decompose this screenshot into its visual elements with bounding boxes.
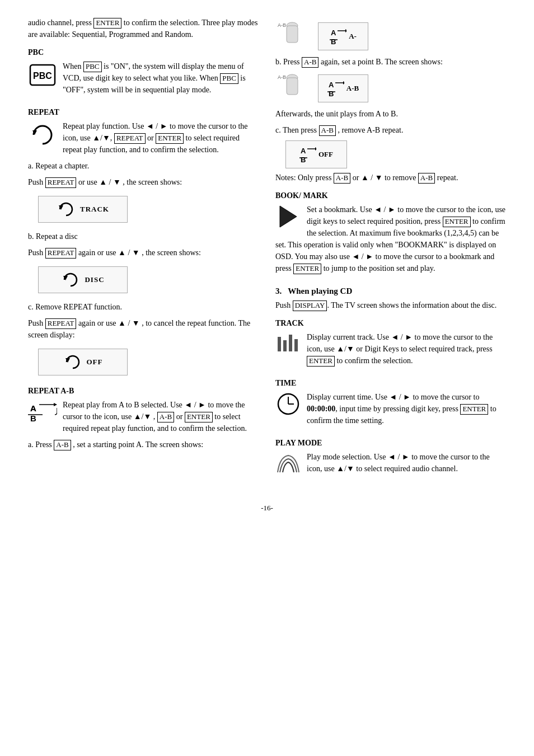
svg-rect-14 xyxy=(287,26,298,43)
ab-b-osd: A B A-B xyxy=(327,79,359,97)
svg-text:B: B xyxy=(301,156,306,163)
svg-marker-18 xyxy=(345,29,346,32)
ab-hand-icon-b: A-B xyxy=(275,72,309,105)
repeat-ab-title: REPEAT A-B xyxy=(28,387,259,396)
ab-hand-icon-a: A-B xyxy=(275,20,309,53)
track-section: TRACK Display current track. Use ◄ / ► t… xyxy=(275,319,506,371)
track-text: Display current track. Use ◄ / ► to move… xyxy=(275,331,506,367)
repeat-a-label: a. Repeat a chapter. xyxy=(28,160,259,172)
svg-text:PBC: PBC xyxy=(33,71,52,81)
svg-text:A-B: A-B xyxy=(278,22,286,28)
ab-a-osd: A B A- xyxy=(330,27,357,45)
play-mode-text: Play mode selection. Use ◄ / ► to move t… xyxy=(275,451,506,475)
cd-title: 3. When playing CD xyxy=(275,287,506,296)
repeat-b-label: b. Repeat a disc xyxy=(28,231,259,242)
left-column: audio channel, press ENTER to confirm th… xyxy=(28,17,259,487)
off-display: OFF xyxy=(38,349,128,375)
ab-a-screen-row: A-B A B A- xyxy=(275,20,506,53)
off-label: OFF xyxy=(87,358,103,367)
book-mark-section: BOOK/ MARK Set a bookmark. Use ◄ / ► to … xyxy=(275,191,506,279)
svg-text:B: B xyxy=(329,90,334,97)
svg-marker-31 xyxy=(315,147,316,151)
time-text: Display current time. Use ◄ / ► to move … xyxy=(275,391,506,426)
book-mark-text: Set a bookmark. Use ◄ / ► to move the cu… xyxy=(275,204,506,274)
ab-off-osd: A B OFF xyxy=(299,145,333,163)
screen-disc: DISC xyxy=(28,263,259,297)
pbc-section: PBC PBC When PBC is "ON", the system wil… xyxy=(28,48,259,100)
pbc-content: PBC When PBC is "ON", the system will di… xyxy=(28,60,259,100)
svg-marker-9 xyxy=(54,403,57,406)
pbc-title: PBC xyxy=(28,48,259,57)
cd-intro: Push DISPLAY. The TV screen shows the in… xyxy=(275,299,506,311)
repeat-ab-a: a. Press A-B , set a starting point A. T… xyxy=(28,439,259,450)
repeat-ab-text: Repeat play from A to B selected. Use ◄ … xyxy=(28,399,259,434)
track-display: TRACK xyxy=(38,196,128,223)
screen-off: OFF xyxy=(28,345,259,379)
repeat-c-label: c. Remove REPEAT function. xyxy=(28,301,259,313)
right-column: A-B A B A- xyxy=(275,17,506,487)
track-content: Display current track. Use ◄ / ► to move… xyxy=(275,331,506,371)
page-number: -16- xyxy=(28,504,506,513)
ab-off-osd-row: A B OFF xyxy=(299,145,333,163)
svg-rect-22 xyxy=(287,78,298,95)
time-content: Display current time. Use ◄ / ► to move … xyxy=(275,391,506,431)
svg-text:A: A xyxy=(331,29,336,37)
play-mode-title: PLAY MODE xyxy=(275,439,506,448)
repeat-section: REPEAT Repeat play function. Use ◄ / ► t… xyxy=(28,108,259,379)
svg-rect-36 xyxy=(283,340,287,351)
intro-text: audio channel, press ENTER to confirm th… xyxy=(28,17,259,40)
time-section: TIME Display current time. Use ◄ / ► to … xyxy=(275,379,506,431)
ab-b-display: A B A-B xyxy=(318,74,368,102)
ab-b-text: b. Press A-B again, set a point B. The s… xyxy=(275,56,506,68)
repeat-text: Repeat play function. Use ◄ / ► to move … xyxy=(28,120,259,156)
svg-text:A: A xyxy=(301,147,306,155)
repeat-title: REPEAT xyxy=(28,108,259,117)
repeat-a-push: Push REPEAT or use ▲ / ▼ , the screen sh… xyxy=(28,176,259,188)
ab-a-display: A B A- xyxy=(318,22,368,50)
repeat-c-push: Push REPEAT again or use ▲ / ▼ , to canc… xyxy=(28,317,259,341)
book-mark-title: BOOK/ MARK xyxy=(275,191,506,200)
repeat-ab-content: A A B Repeat play from A to B selected. … xyxy=(28,399,259,439)
disc-label: DISC xyxy=(85,275,104,284)
book-mark-content: Set a bookmark. Use ◄ / ► to move the cu… xyxy=(275,204,506,279)
ab-b-label: A-B xyxy=(346,84,359,93)
repeat-b-push: Push REPEAT again or use ▲ / ▼ , the scr… xyxy=(28,247,259,259)
ab-b-screen-row: A-B A B A-B xyxy=(275,72,506,105)
ab-off-label: OFF xyxy=(318,150,333,159)
repeat-content: Repeat play function. Use ◄ / ► to move … xyxy=(28,120,259,160)
pbc-text: When PBC is "ON", the system will displa… xyxy=(28,60,259,96)
ab-off-screen: A B OFF xyxy=(285,140,506,168)
time-icon xyxy=(275,391,301,419)
ab-a-osd-row: A B A- xyxy=(330,27,357,45)
ab-b-osd-row: A B A-B xyxy=(327,79,359,97)
svg-marker-34 xyxy=(280,206,297,227)
svg-marker-26 xyxy=(343,81,344,84)
pbc-icon: PBC xyxy=(28,60,57,92)
ab-after-text: Afterwards, the unit plays from A to B. xyxy=(275,108,506,120)
svg-text:A-B: A-B xyxy=(278,74,286,80)
play-mode-icon xyxy=(275,451,301,479)
ab-off-display: A B OFF xyxy=(285,140,347,168)
enter-key: ENTER xyxy=(93,18,121,29)
svg-text:A: A xyxy=(30,403,36,413)
ab-a-label: A- xyxy=(349,32,357,41)
play-mode-content: Play mode selection. Use ◄ / ► to move t… xyxy=(275,451,506,481)
svg-rect-35 xyxy=(278,337,281,351)
track-title: TRACK xyxy=(275,319,506,328)
repeat-ab-section: REPEAT A-B A A B xyxy=(28,387,259,450)
ab-notes: Notes: Only press A-B or ▲ / ▼ to remove… xyxy=(275,172,506,184)
time-title: TIME xyxy=(275,379,506,388)
screen-track: TRACK xyxy=(28,192,259,226)
repeat-icon xyxy=(28,120,57,152)
svg-rect-38 xyxy=(294,339,298,351)
svg-rect-37 xyxy=(289,335,292,351)
bookmark-icon xyxy=(275,204,301,232)
svg-text:B: B xyxy=(331,37,336,45)
ab-c-text: c. Then press A-B , remove A-B repeat. xyxy=(275,124,506,136)
play-mode-section: PLAY MODE Play mode selection. Use ◄ / ►… xyxy=(275,439,506,481)
track-cd-icon xyxy=(275,331,301,359)
cd-section: 3. When playing CD Push DISPLAY. The TV … xyxy=(275,287,506,311)
disc-display: DISC xyxy=(38,266,128,293)
track-label: TRACK xyxy=(80,205,109,214)
repeat-ab-icon: A A B xyxy=(28,399,57,430)
